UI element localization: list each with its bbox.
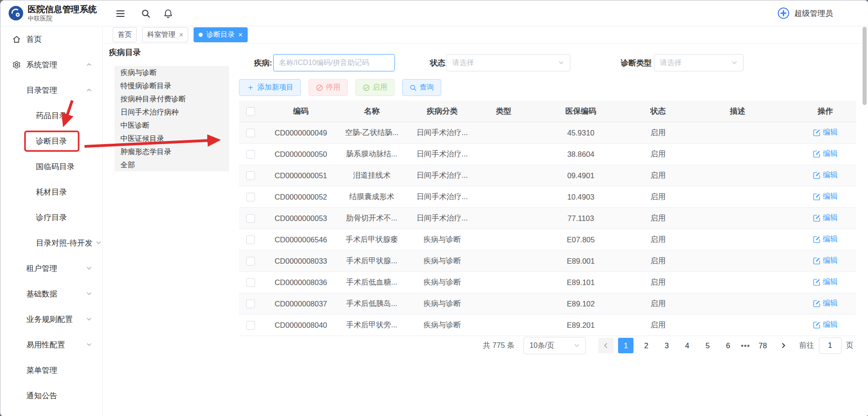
sidebar-item-consumable-catalog[interactable]: 耗材目录 bbox=[0, 179, 102, 205]
sidebar-item-treatment-catalog[interactable]: 诊疗目录 bbox=[0, 205, 102, 230]
disease-search-input[interactable] bbox=[273, 54, 395, 71]
sidebar-item-tenant-management[interactable]: 租户管理 bbox=[0, 256, 102, 281]
sidebar-item-basic-data[interactable]: 基础数据 bbox=[0, 281, 102, 306]
notification-bell-icon[interactable] bbox=[162, 7, 175, 20]
catalog-item[interactable]: 按病种目录付费诊断 bbox=[115, 92, 229, 105]
add-item-button[interactable]: ＋ 添加新项目 bbox=[239, 79, 301, 96]
cell-insurance-code: 09.4901 bbox=[526, 165, 635, 186]
page-button-3[interactable]: 3 bbox=[659, 338, 674, 353]
table-row[interactable]: CD0000000052 结膜囊成形术 日间手术治疗... 10.4903 启用… bbox=[239, 186, 856, 208]
page-button-1[interactable]: 1 bbox=[618, 338, 634, 353]
vertical-scrollbar[interactable] bbox=[863, 27, 867, 105]
cell-description bbox=[681, 186, 794, 208]
cell-category: 疾病与诊断 bbox=[404, 229, 481, 251]
page-size-select[interactable]: 10条/页 bbox=[524, 337, 586, 354]
edit-button[interactable]: 编辑 bbox=[813, 256, 838, 266]
page-button-5[interactable]: 5 bbox=[700, 338, 715, 353]
status-select[interactable]: 请选择 bbox=[446, 54, 570, 71]
next-page-button[interactable] bbox=[776, 338, 791, 353]
cell-code: CD0000000053 bbox=[262, 208, 340, 229]
catalog-item[interactable]: 疾病与诊断 bbox=[115, 66, 229, 79]
edit-button[interactable]: 编辑 bbox=[813, 277, 838, 287]
row-checkbox[interactable] bbox=[246, 300, 255, 308]
close-icon[interactable]: × bbox=[238, 31, 242, 39]
sidebar-item-home[interactable]: 首页 bbox=[0, 26, 102, 52]
table-row[interactable]: CD0000000053 肋骨切开术不... 日间手术治疗... 77.1103… bbox=[239, 208, 856, 229]
table-row[interactable]: CD0000008040 手术后甲状旁... 疾病与诊断 E89.201 启用 … bbox=[239, 315, 856, 336]
table-row[interactable]: CD0000000050 肠系膜动脉结... 日间手术治疗... 38.8604… bbox=[239, 144, 856, 165]
diagnosis-type-select[interactable]: 请选择 bbox=[654, 54, 743, 71]
row-checkbox[interactable] bbox=[246, 150, 255, 159]
row-checkbox[interactable] bbox=[246, 129, 255, 137]
page-button-78[interactable]: 78 bbox=[755, 338, 771, 353]
table-row[interactable]: CD0000008037 手术后低胰岛... 疾病与诊断 E89.102 启用 … bbox=[239, 293, 856, 315]
sidebar-item-diagnosis-catalog[interactable]: 诊断目录 bbox=[0, 128, 102, 154]
sidebar-item-business-rules-config[interactable]: 业务规则配置 bbox=[0, 306, 102, 332]
status-filter-label: 状态 bbox=[430, 58, 445, 68]
row-checkbox[interactable] bbox=[246, 257, 255, 266]
cell-insurance-code: 45.9310 bbox=[526, 122, 635, 144]
edit-button[interactable]: 编辑 bbox=[813, 298, 838, 308]
row-checkbox[interactable] bbox=[246, 321, 255, 330]
catalog-panel-title: 疾病目录 bbox=[109, 47, 141, 58]
cell-type bbox=[481, 122, 526, 144]
goto-page-input[interactable] bbox=[819, 337, 842, 354]
tab-home[interactable]: 首页 bbox=[113, 27, 137, 42]
table-row[interactable]: CD0000000051 泪道挂线术 日间手术治疗... 09.4901 启用 … bbox=[239, 165, 856, 186]
cell-description bbox=[681, 315, 794, 336]
sidebar-item-notice[interactable]: 通知公告 bbox=[0, 383, 102, 408]
select-all-checkbox[interactable] bbox=[246, 107, 255, 116]
sidebar-item-catalog-compare[interactable]: 目录对照-待开发 bbox=[0, 230, 102, 256]
table-row[interactable]: CD0000000049 空肠-乙状结肠... 日间手术治疗... 45.931… bbox=[239, 122, 856, 144]
enable-button[interactable]: 启用 bbox=[355, 79, 394, 96]
query-button[interactable]: 查询 bbox=[402, 79, 441, 96]
cell-insurance-code: 77.1103 bbox=[526, 208, 635, 229]
edit-button[interactable]: 编辑 bbox=[813, 320, 838, 330]
sidebar-item-national-code-catalog[interactable]: 国临码目录 bbox=[0, 154, 102, 179]
table-row[interactable]: CD0000006546 手术后甲状腺瘘 疾病与诊断 E07.805 启用 编辑 bbox=[239, 229, 856, 251]
catalog-item[interactable]: 日间手术治疗病种 bbox=[115, 105, 229, 119]
catalog-item[interactable]: 中医诊断 bbox=[115, 119, 229, 132]
sidebar-item-catalog-management[interactable]: 目录管理 bbox=[0, 77, 102, 103]
row-checkbox[interactable] bbox=[246, 278, 255, 287]
catalog-item[interactable]: 中医证候目录 bbox=[115, 132, 229, 145]
row-checkbox[interactable] bbox=[246, 193, 255, 201]
more-pages-icon[interactable]: ••• bbox=[741, 341, 750, 350]
sidebar-item-usability-config[interactable]: 易用性配置 bbox=[0, 332, 102, 357]
catalog-item[interactable]: 全部 bbox=[115, 158, 229, 171]
prev-page-button[interactable] bbox=[598, 338, 614, 353]
page-button-4[interactable]: 4 bbox=[679, 338, 695, 353]
edit-button[interactable]: 编辑 bbox=[813, 234, 838, 244]
disable-button[interactable]: 停用 bbox=[309, 79, 348, 96]
row-checkbox[interactable] bbox=[246, 214, 255, 223]
cell-type bbox=[481, 315, 526, 336]
active-dot-icon bbox=[199, 33, 203, 37]
table-row[interactable]: CD0000008033 手术后甲状腺... 疾病与诊断 E89.001 启用 … bbox=[239, 251, 856, 272]
sidebar-item-drug-catalog[interactable]: 药品目录 bbox=[0, 103, 102, 128]
sidebar-item-menu-management[interactable]: 菜单管理 bbox=[0, 357, 102, 383]
edit-button[interactable]: 编辑 bbox=[813, 170, 838, 180]
edit-button[interactable]: 编辑 bbox=[813, 213, 838, 223]
row-checkbox[interactable] bbox=[246, 171, 255, 180]
user-menu[interactable]: 超级管理员 bbox=[777, 0, 833, 26]
col-code: 编码 bbox=[262, 100, 340, 122]
edit-button[interactable]: 编辑 bbox=[813, 127, 838, 137]
tab-department-management[interactable]: 科室管理 × bbox=[142, 27, 188, 42]
page-button-2[interactable]: 2 bbox=[639, 338, 654, 353]
row-checkbox[interactable] bbox=[246, 236, 255, 244]
sidebar-item-system-management[interactable]: 系统管理 bbox=[0, 52, 102, 77]
edit-button[interactable]: 编辑 bbox=[813, 149, 838, 159]
edit-button[interactable]: 编辑 bbox=[813, 191, 838, 201]
cell-name: 手术后低血糖... bbox=[340, 272, 404, 293]
brand-block: 医院信息管理系统 中联医院 bbox=[28, 4, 97, 23]
page-button-6[interactable]: 6 bbox=[720, 338, 736, 353]
search-icon[interactable] bbox=[140, 7, 152, 20]
collapse-menu-icon[interactable] bbox=[114, 7, 127, 20]
catalog-item[interactable]: 肿瘤形态学目录 bbox=[115, 145, 229, 158]
close-icon[interactable]: × bbox=[179, 31, 183, 39]
edit-icon bbox=[813, 300, 821, 307]
tab-diagnosis-catalog[interactable]: 诊断目录 × bbox=[194, 27, 247, 42]
plus-icon: ＋ bbox=[246, 83, 254, 91]
catalog-item[interactable]: 特慢病诊断目录 bbox=[115, 79, 229, 92]
table-row[interactable]: CD0000008036 手术后低血糖... 疾病与诊断 E89.101 启用 … bbox=[239, 272, 856, 293]
